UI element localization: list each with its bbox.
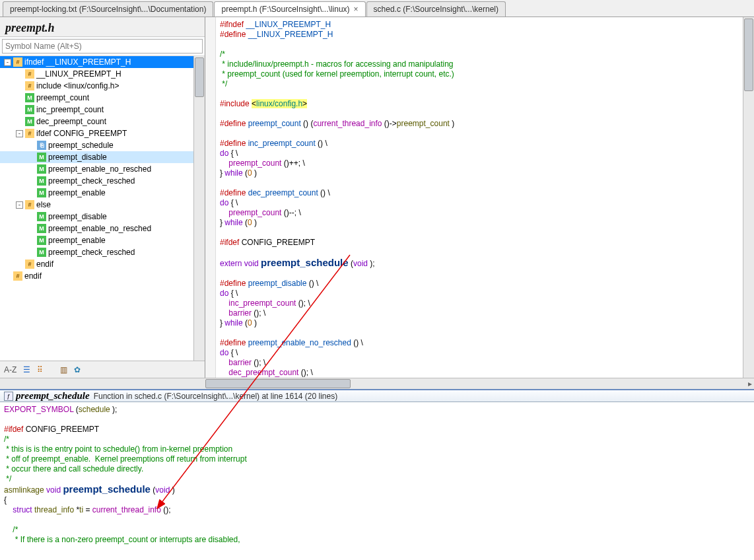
- code-line[interactable]: } while (0 ): [220, 218, 751, 228]
- code-line[interactable]: } while (0 ): [220, 168, 751, 178]
- context-pane[interactable]: EXPORT_SYMBOL (schedule ); #ifdef CONFIG…: [0, 402, 754, 559]
- code-line[interactable]: [220, 109, 751, 119]
- code-line[interactable]: inc_preempt_count (); \: [220, 298, 751, 308]
- tree-node[interactable]: Mpreempt_enable_no_resched: [0, 223, 205, 234]
- tree-label: preempt_enable_no_resched: [48, 164, 151, 174]
- symbol-tree[interactable]: -#ifndef __LINUX_PREEMPT_H#__LINUX_PREEM…: [0, 55, 205, 361]
- code-line[interactable]: /*: [4, 525, 751, 535]
- tree-node[interactable]: Mpreempt_enable_no_resched: [0, 163, 205, 175]
- fn-icon: ⎘: [37, 141, 46, 150]
- code-line[interactable]: */: [220, 79, 751, 89]
- code-line[interactable]: dec_preempt_count (); \: [220, 368, 751, 378]
- tree-node[interactable]: -#else: [0, 199, 205, 211]
- view-category-icon[interactable]: ⠿: [37, 365, 43, 374]
- code-line[interactable]: } while (0 ): [220, 318, 751, 328]
- code-line[interactable]: {: [4, 495, 751, 505]
- code-line[interactable]: [220, 269, 751, 279]
- tree-node[interactable]: -#ifdef CONFIG_PREEMPT: [0, 127, 205, 139]
- scroll-right-icon[interactable]: ▸: [748, 379, 752, 388]
- tree-node[interactable]: Mpreempt_check_resched: [0, 246, 205, 258]
- code-line[interactable]: [4, 515, 751, 525]
- hscroll-thumb[interactable]: [205, 379, 351, 388]
- code-line[interactable]: */: [4, 474, 751, 484]
- file-tab[interactable]: preempt-locking.txt (F:\SourceInsight\..…: [3, 1, 213, 17]
- sort-az-button[interactable]: A-Z: [4, 365, 17, 374]
- tree-node[interactable]: Mdec_preempt_count: [0, 116, 205, 127]
- code-line[interactable]: * occur there and call schedule directly…: [4, 464, 751, 474]
- code-line[interactable]: * off of preempt_enable. Kernel preempti…: [4, 454, 751, 464]
- code-line[interactable]: preempt_count ()--; \: [220, 208, 751, 218]
- code-line[interactable]: [220, 248, 751, 258]
- m-icon: M: [37, 188, 46, 197]
- close-icon[interactable]: ×: [354, 5, 359, 14]
- tree-node[interactable]: Mpreempt_disable: [0, 211, 205, 223]
- code-line[interactable]: extern void preempt_schedule (void );: [220, 258, 751, 269]
- tree-label: include <linux/config.h>: [36, 81, 119, 90]
- view-list-icon[interactable]: ☰: [23, 365, 30, 374]
- code-line[interactable]: /*: [220, 50, 751, 59]
- tree-node[interactable]: Mpreempt_enable: [0, 234, 205, 246]
- code-line[interactable]: do { \: [220, 348, 751, 358]
- file-tab[interactable]: preempt.h (F:\SourceInsight\...\linux)×: [214, 1, 365, 17]
- code-line[interactable]: * If there is a non-zero preempt_count o…: [4, 535, 751, 545]
- code-line[interactable]: [220, 178, 751, 188]
- tree-node[interactable]: Minc_preempt_count: [0, 104, 205, 116]
- symbol-filter-input[interactable]: [2, 39, 203, 53]
- tree-label: ifdef CONFIG_PREEMPT: [36, 129, 127, 138]
- tree-node[interactable]: -#ifndef __LINUX_PREEMPT_H: [0, 56, 205, 68]
- code-line[interactable]: #define dec_preempt_count () \: [220, 188, 751, 198]
- code-line[interactable]: #define preempt_enable_no_resched () \: [220, 338, 751, 348]
- code-line[interactable]: * preempt_count (used for kernel preempt…: [220, 69, 751, 79]
- book-icon[interactable]: ▥: [60, 365, 67, 374]
- code-line[interactable]: #ifdef CONFIG_PREEMPT: [220, 238, 751, 248]
- code-line[interactable]: do { \: [220, 198, 751, 208]
- code-editor[interactable]: #ifndef __LINUX_PREEMPT_H#define __LINUX…: [205, 17, 754, 378]
- tree-label: endif: [36, 260, 53, 269]
- code-line[interactable]: #define preempt_count () (current_thread…: [220, 119, 751, 129]
- code-line[interactable]: [220, 328, 751, 338]
- code-line[interactable]: do { \: [220, 289, 751, 298]
- code-line[interactable]: barrier (); \: [220, 308, 751, 318]
- collapse-icon[interactable]: -: [16, 130, 23, 137]
- tree-node[interactable]: Mpreempt_check_resched: [0, 175, 205, 187]
- gear-icon[interactable]: ✿: [74, 365, 81, 374]
- tree-node[interactable]: #__LINUX_PREEMPT_H: [0, 68, 205, 80]
- tree-node[interactable]: #endif: [0, 270, 205, 282]
- code-line[interactable]: #ifdef CONFIG_PREEMPT: [4, 425, 751, 435]
- tree-label: endif: [24, 271, 42, 281]
- hash-icon: #: [25, 129, 34, 138]
- file-tab[interactable]: sched.c (F:\SourceInsight\...\kernel): [366, 1, 506, 17]
- tree-scrollbar[interactable]: [193, 56, 205, 361]
- code-line[interactable]: #define inc_preempt_count () \: [220, 139, 751, 149]
- code-line[interactable]: EXPORT_SYMBOL (schedule );: [4, 405, 751, 415]
- code-line[interactable]: [4, 415, 751, 425]
- code-line[interactable]: * this is is the entry point to schedule…: [4, 444, 751, 454]
- code-line[interactable]: preempt_count ()++; \: [220, 158, 751, 168]
- m-icon: M: [37, 224, 46, 233]
- code-line[interactable]: * include/linux/preempt.h - macros for a…: [220, 59, 751, 69]
- code-line[interactable]: #include <linux/config.h>: [220, 99, 751, 109]
- code-line[interactable]: #ifndef __LINUX_PREEMPT_H: [220, 20, 751, 30]
- tree-node[interactable]: #include <linux/config.h>: [0, 80, 205, 92]
- code-line[interactable]: /*: [4, 435, 751, 444]
- collapse-icon[interactable]: -: [4, 59, 11, 66]
- code-line[interactable]: [220, 89, 751, 99]
- editor-hscrollbar[interactable]: ▸: [0, 378, 754, 389]
- code-line[interactable]: [220, 228, 751, 238]
- tree-node[interactable]: #endif: [0, 258, 205, 270]
- editor-vscrollbar[interactable]: [743, 17, 754, 378]
- code-line[interactable]: [220, 40, 751, 50]
- tree-node[interactable]: Mpreempt_enable: [0, 187, 205, 199]
- code-line[interactable]: #define preempt_disable () \: [220, 279, 751, 289]
- code-line[interactable]: #define __LINUX_PREEMPT_H: [220, 30, 751, 40]
- tree-node[interactable]: ⎘preempt_schedule: [0, 139, 205, 151]
- code-line[interactable]: struct thread_info *ti = current_thread_…: [4, 505, 751, 515]
- collapse-icon[interactable]: -: [16, 201, 23, 209]
- code-line[interactable]: barrier (); \: [220, 358, 751, 368]
- tree-node[interactable]: Mpreempt_count: [0, 92, 205, 104]
- m-icon: M: [25, 93, 34, 102]
- code-line[interactable]: [220, 129, 751, 139]
- code-line[interactable]: do { \: [220, 149, 751, 158]
- tree-node[interactable]: Mpreempt_disable: [0, 151, 205, 163]
- code-line[interactable]: asmlinkage void preempt_schedule (void ): [4, 484, 751, 495]
